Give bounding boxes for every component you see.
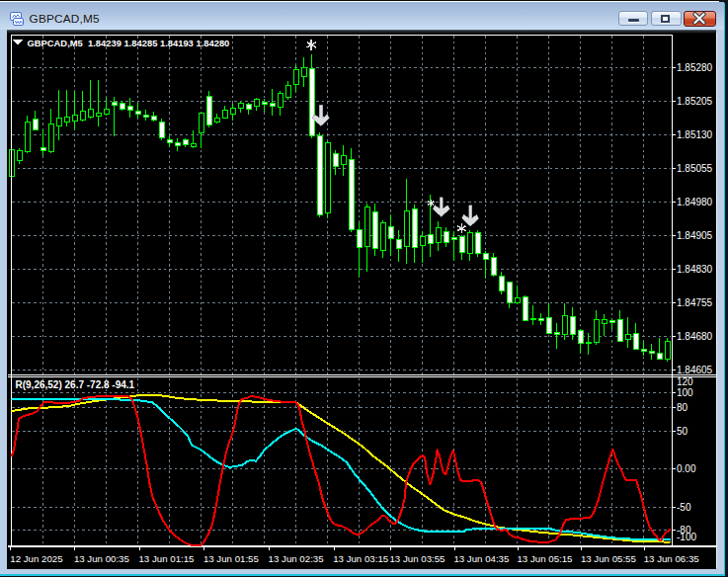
svg-text:13 Jun 06:35: 13 Jun 06:35 xyxy=(644,553,699,564)
svg-text:13 Jun 04:35: 13 Jun 04:35 xyxy=(453,553,509,564)
svg-text:1.85055: 1.85055 xyxy=(677,163,713,174)
svg-text:1.84680: 1.84680 xyxy=(677,331,713,342)
svg-text:13 Jun 05:55: 13 Jun 05:55 xyxy=(581,553,636,564)
svg-text:1.85130: 1.85130 xyxy=(677,129,713,140)
svg-text:13 Jun 01:15: 13 Jun 01:15 xyxy=(138,553,194,564)
svg-text:-100: -100 xyxy=(677,532,696,542)
svg-text:1.84980: 1.84980 xyxy=(677,197,713,207)
svg-text:1.84830: 1.84830 xyxy=(677,264,713,275)
svg-text:0.00: 0.00 xyxy=(677,463,696,474)
svg-text:1.84905: 1.84905 xyxy=(677,230,713,241)
svg-text:1.84605: 1.84605 xyxy=(677,365,713,375)
svg-text:13 Jun 01:55: 13 Jun 01:55 xyxy=(203,553,259,564)
svg-text:GBPCAD,M5 1.84239 1.84285 1.8: GBPCAD,M5 1.84239 1.84285 1.84193 1.8428… xyxy=(28,38,230,48)
svg-text:13 Jun 02:35: 13 Jun 02:35 xyxy=(269,553,324,564)
svg-text:1.85205: 1.85205 xyxy=(677,96,713,107)
svg-text:13 Jun 03:15: 13 Jun 03:15 xyxy=(333,553,388,564)
svg-text:100: 100 xyxy=(677,387,693,398)
svg-text:80: 80 xyxy=(677,402,688,413)
svg-text:-50: -50 xyxy=(677,502,691,513)
svg-text:1.84755: 1.84755 xyxy=(677,297,713,308)
svg-text:12 Jun 2025: 12 Jun 2025 xyxy=(10,553,62,564)
svg-text:13 Jun 00:35: 13 Jun 00:35 xyxy=(74,553,129,564)
svg-text:50: 50 xyxy=(677,426,688,437)
svg-text:1.85280: 1.85280 xyxy=(677,62,713,73)
svg-text:13 Jun 05:15: 13 Jun 05:15 xyxy=(517,553,572,564)
svg-text:R(9,26,52) 26.7 -72.8 -94.1: R(9,26,52) 26.7 -72.8 -94.1 xyxy=(16,379,135,390)
svg-text:13 Jun 03:55: 13 Jun 03:55 xyxy=(389,553,445,564)
